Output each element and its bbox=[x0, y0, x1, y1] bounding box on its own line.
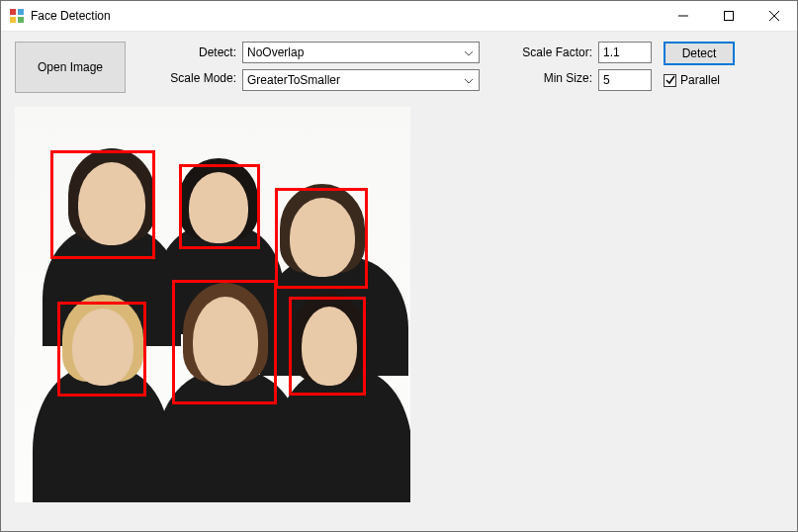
inputs-col bbox=[598, 42, 652, 91]
photo-content bbox=[15, 107, 410, 502]
image-display bbox=[15, 107, 410, 502]
svg-rect-1 bbox=[18, 9, 24, 15]
detection-box bbox=[172, 280, 277, 404]
detection-box bbox=[57, 302, 146, 397]
scale-mode-combo-value: GreaterToSmaller bbox=[247, 73, 340, 87]
close-icon bbox=[769, 11, 779, 21]
right-col: Detect Parallel bbox=[664, 42, 735, 87]
minimize-icon bbox=[678, 11, 688, 21]
scale-factor-label: Scale Factor: bbox=[493, 45, 592, 59]
open-image-button[interactable]: Open Image bbox=[15, 42, 126, 93]
check-icon bbox=[665, 75, 675, 85]
detect-combo-value: NoOverlap bbox=[247, 45, 304, 59]
labels-col-1: Detect: Scale Mode: bbox=[145, 42, 236, 85]
chevron-down-icon bbox=[465, 45, 473, 59]
detection-box bbox=[289, 297, 366, 396]
maximize-button[interactable] bbox=[706, 1, 752, 31]
min-size-input[interactable] bbox=[598, 69, 652, 91]
min-size-label: Min Size: bbox=[493, 71, 592, 85]
minimize-button[interactable] bbox=[661, 1, 706, 31]
parallel-label: Parallel bbox=[680, 73, 720, 87]
titlebar: Face Detection bbox=[1, 1, 797, 32]
detect-combo[interactable]: NoOverlap bbox=[242, 42, 480, 63]
svg-rect-2 bbox=[10, 17, 16, 23]
scale-mode-label: Scale Mode: bbox=[145, 71, 236, 85]
chevron-down-icon bbox=[465, 73, 473, 87]
detection-box bbox=[179, 164, 260, 249]
parallel-row: Parallel bbox=[664, 73, 720, 87]
detect-button[interactable]: Detect bbox=[664, 42, 735, 65]
controls-row: Open Image Detect: Scale Mode: NoOverlap… bbox=[15, 42, 783, 93]
svg-rect-0 bbox=[10, 9, 16, 15]
window-title: Face Detection bbox=[31, 9, 661, 23]
scale-factor-input[interactable] bbox=[598, 42, 652, 63]
labels-col-2: Scale Factor: Min Size: bbox=[493, 42, 592, 85]
window-buttons bbox=[661, 1, 797, 31]
maximize-icon bbox=[724, 11, 734, 21]
svg-rect-5 bbox=[725, 12, 734, 21]
app-icon bbox=[9, 8, 25, 24]
detection-box bbox=[50, 150, 155, 259]
parallel-checkbox[interactable] bbox=[664, 74, 676, 87]
svg-rect-3 bbox=[18, 17, 24, 23]
client-area: Open Image Detect: Scale Mode: NoOverlap… bbox=[1, 32, 797, 531]
combos-col: NoOverlap GreaterToSmaller bbox=[242, 42, 480, 91]
app-window: Face Detection Open Image Detect: Scale … bbox=[0, 0, 798, 532]
scale-mode-combo[interactable]: GreaterToSmaller bbox=[242, 69, 480, 91]
close-button[interactable] bbox=[752, 1, 797, 31]
detection-box bbox=[275, 188, 368, 289]
detect-label: Detect: bbox=[145, 45, 236, 59]
